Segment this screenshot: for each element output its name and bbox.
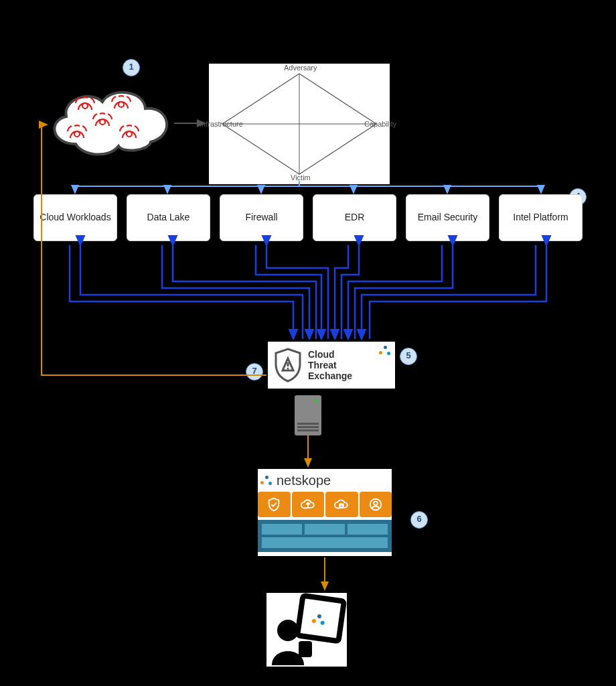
svg-point-12 <box>374 501 378 505</box>
tool-email-security: Email Security <box>406 194 489 241</box>
ctx-label-threat: Threat <box>308 360 352 370</box>
architecture-diagram: 1 2 3 4 5 6 7 Adversary Infrastructure C… <box>0 0 616 686</box>
diamond-label-victim: Victim <box>291 174 311 182</box>
shield-check-icon <box>258 492 291 517</box>
shield-alert-icon <box>273 348 303 383</box>
tool-intel-platform: Intel Platform <box>499 194 583 241</box>
step-badge-6: 6 <box>410 511 428 529</box>
tool-firewall: Firewall <box>220 194 303 241</box>
svg-rect-13 <box>297 596 344 641</box>
step-badge-5: 5 <box>400 348 417 365</box>
ctx-label-cloud: Cloud <box>308 349 352 360</box>
netskope-nodes-icon <box>379 346 391 355</box>
step-badge-7: 7 <box>246 363 263 381</box>
end-user-terminal <box>266 593 347 667</box>
cloud-upload-icon <box>292 492 325 517</box>
ctx-label-exchange: Exchange <box>308 370 352 381</box>
svg-point-9 <box>287 368 289 370</box>
netskope-brand-label: netskope <box>277 473 331 488</box>
cloud-threat-exchange: Cloud Threat Exchange <box>268 342 395 389</box>
diamond-label-infrastructure: Infrastructure <box>200 120 243 128</box>
diamond-label-adversary: Adversary <box>284 64 317 72</box>
diamond-model: Adversary Infrastructure Capability Vict… <box>209 64 390 184</box>
tool-edr: EDR <box>313 194 396 241</box>
diamond-label-capability: Capability <box>364 120 396 128</box>
netskope-data-bars <box>258 520 392 552</box>
netskope-logo-nodes-icon <box>260 476 273 485</box>
tool-cloud-workloads: Cloud Workloads <box>33 194 117 241</box>
netskope-capability-icons <box>258 492 392 517</box>
cloud-database-icon <box>325 492 358 517</box>
step-badge-1: 1 <box>123 59 140 76</box>
threat-cloud <box>44 80 177 161</box>
tool-data-lake: Data Lake <box>127 194 210 241</box>
svg-rect-18 <box>299 641 312 657</box>
netskope-platform: netskope <box>258 469 392 556</box>
security-tool-row: Cloud Workloads Data Lake Firewall EDR E… <box>33 194 583 244</box>
user-circle-icon <box>360 492 392 517</box>
server-icon <box>295 395 321 435</box>
svg-point-17 <box>277 620 299 641</box>
